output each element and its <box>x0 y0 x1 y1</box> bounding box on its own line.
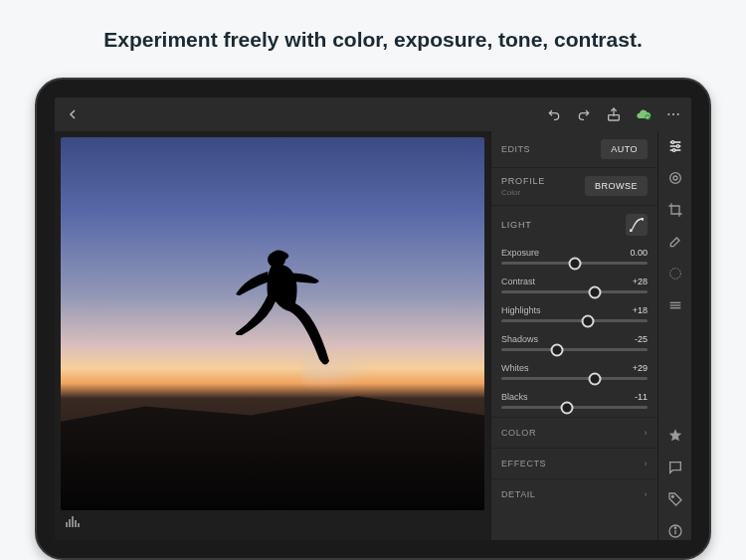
slider-value: +29 <box>633 363 648 373</box>
tablet-frame: EDITS AUTO PROFILE Color BROWSE LIGHT <box>35 78 711 560</box>
svg-rect-8 <box>72 516 74 527</box>
slider-track[interactable] <box>501 406 648 409</box>
top-toolbar <box>55 97 691 131</box>
histogram-icon[interactable] <box>65 514 81 532</box>
slider-label: Highlights <box>501 305 541 315</box>
svg-point-19 <box>669 173 680 184</box>
browse-button[interactable]: BROWSE <box>585 176 648 196</box>
cloud-sync-icon[interactable] <box>636 106 652 122</box>
slider-track[interactable] <box>501 262 648 265</box>
svg-point-17 <box>676 145 679 148</box>
slider-label: Contrast <box>501 277 535 286</box>
edits-label: EDITS <box>501 144 530 154</box>
target-adjust-icon[interactable] <box>666 169 684 187</box>
slider-value: -25 <box>635 334 648 344</box>
tool-rail <box>657 131 691 540</box>
profile-label: PROFILE <box>501 176 545 186</box>
svg-point-16 <box>671 141 674 144</box>
svg-point-28 <box>674 527 675 528</box>
slider-value: +18 <box>633 305 648 315</box>
svg-point-20 <box>673 176 677 180</box>
slider-track[interactable] <box>501 348 648 351</box>
svg-point-11 <box>630 230 632 232</box>
chevron-right-icon: › <box>644 459 648 468</box>
slider-track[interactable] <box>501 319 648 322</box>
slider-value: +28 <box>633 277 648 286</box>
app-screen: EDITS AUTO PROFILE Color BROWSE LIGHT <box>55 97 691 540</box>
slider-knob[interactable] <box>589 372 602 385</box>
slider-knob[interactable] <box>589 285 602 298</box>
profile-value: Color <box>501 188 545 197</box>
tag-icon[interactable] <box>666 490 684 508</box>
slider-label: Whites <box>501 363 529 373</box>
svg-rect-9 <box>75 520 77 527</box>
auto-button[interactable]: AUTO <box>601 139 648 159</box>
light-section-label: LIGHT <box>501 220 532 230</box>
svg-rect-7 <box>69 519 71 527</box>
share-icon[interactable] <box>606 106 622 122</box>
svg-point-12 <box>642 218 644 220</box>
svg-point-4 <box>677 113 679 115</box>
svg-point-3 <box>672 113 674 115</box>
info-icon[interactable] <box>666 522 684 540</box>
undo-icon[interactable] <box>546 106 562 122</box>
effects-section[interactable]: EFFECTS › <box>491 448 657 478</box>
tone-curve-button[interactable] <box>626 214 648 236</box>
brush-icon[interactable] <box>666 233 684 251</box>
slider-label: Blacks <box>501 392 528 402</box>
slider-label: Exposure <box>501 248 539 258</box>
chevron-right-icon: › <box>644 428 648 438</box>
redo-icon[interactable] <box>576 106 592 122</box>
slider-value: -11 <box>635 392 648 402</box>
slider-knob[interactable] <box>581 314 594 327</box>
app-body: EDITS AUTO PROFILE Color BROWSE LIGHT <box>55 131 691 540</box>
slider-label: Shadows <box>501 334 538 344</box>
svg-rect-6 <box>66 522 68 527</box>
radial-filter-icon[interactable] <box>666 265 684 282</box>
detail-label: DETAIL <box>501 489 535 499</box>
detail-section[interactable]: DETAIL › <box>491 478 657 509</box>
slider-shadows: Shadows-25 <box>491 330 657 359</box>
svg-point-18 <box>672 149 675 152</box>
slider-whites: Whites+29 <box>491 359 657 388</box>
comment-icon[interactable] <box>666 459 684 476</box>
slider-value: 0.00 <box>630 248 648 258</box>
color-label: COLOR <box>501 428 536 438</box>
chevron-right-icon: › <box>644 489 648 499</box>
slider-knob[interactable] <box>550 343 563 356</box>
color-section[interactable]: COLOR › <box>491 417 657 448</box>
svg-rect-10 <box>78 523 80 527</box>
photo-canvas[interactable] <box>55 131 490 540</box>
slider-highlights: Highlights+18 <box>491 301 657 330</box>
edited-photo <box>61 137 484 510</box>
slider-track[interactable] <box>501 290 648 293</box>
svg-point-25 <box>671 495 673 497</box>
back-icon[interactable] <box>65 106 81 122</box>
star-icon[interactable] <box>666 427 684 445</box>
svg-point-21 <box>669 269 680 280</box>
effects-label: EFFECTS <box>501 459 546 468</box>
slider-contrast: Contrast+28 <box>491 273 657 301</box>
more-icon[interactable] <box>665 106 681 122</box>
adjust-sliders-icon[interactable] <box>666 137 684 155</box>
slider-knob[interactable] <box>568 257 581 270</box>
edit-panel: EDITS AUTO PROFILE Color BROWSE LIGHT <box>490 131 657 540</box>
linear-gradient-icon[interactable] <box>666 296 684 314</box>
svg-point-2 <box>667 113 669 115</box>
crop-icon[interactable] <box>666 201 684 219</box>
slider-knob[interactable] <box>561 401 574 414</box>
marketing-headline: Experiment freely with color, exposure, … <box>103 28 642 52</box>
slider-track[interactable] <box>501 377 648 380</box>
slider-blacks: Blacks-11 <box>491 388 657 417</box>
slider-exposure: Exposure0.00 <box>491 244 657 273</box>
